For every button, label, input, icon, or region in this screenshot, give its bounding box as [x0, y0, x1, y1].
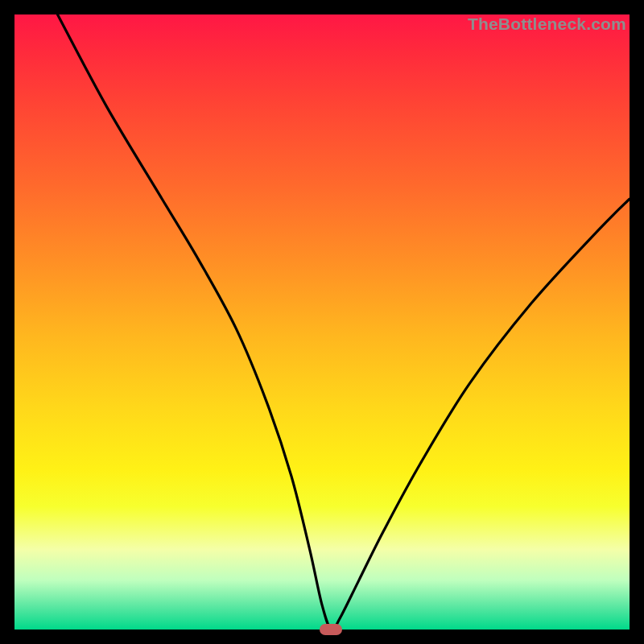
optimal-point-marker — [320, 624, 342, 635]
bottleneck-curve — [14, 14, 630, 630]
chart-frame: TheBottleneck.com — [0, 0, 644, 644]
plot-area: TheBottleneck.com — [14, 14, 630, 630]
